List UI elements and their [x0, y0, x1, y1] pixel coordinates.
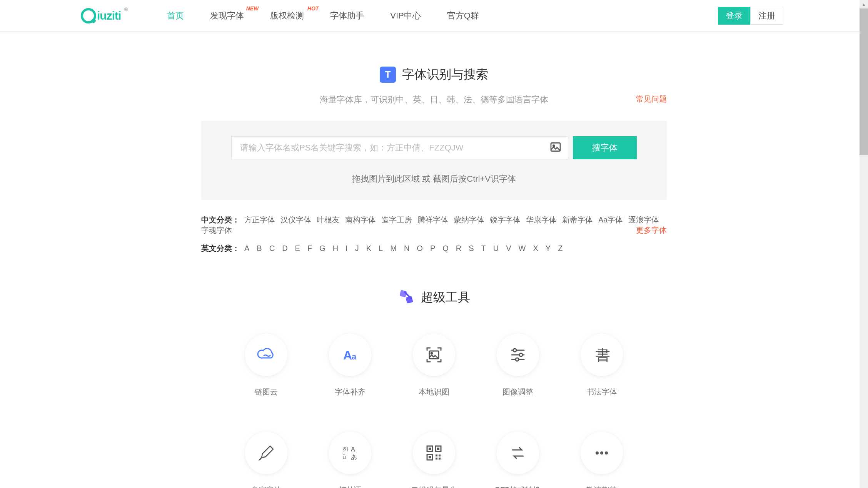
english-category-label: 英文分类： [201, 243, 240, 254]
tool-coming-soon[interactable]: 敬请期待 [581, 432, 623, 488]
cat-en-K[interactable]: K [366, 244, 371, 253]
cat-en-M[interactable]: M [390, 244, 397, 253]
cat-en-X[interactable]: X [533, 244, 538, 253]
cat-zh-12[interactable]: 字魂字体 [201, 225, 232, 236]
scrollbar-up-arrow[interactable]: ▲ [860, 0, 868, 8]
hero-title-text: 字体识别与搜索 [402, 66, 488, 83]
cat-en-D[interactable]: D [282, 244, 287, 253]
nav-vip[interactable]: VIP中心 [390, 10, 421, 22]
search-input[interactable] [240, 137, 549, 159]
search-button[interactable]: 搜字体 [573, 136, 637, 159]
svg-rect-28 [439, 458, 441, 460]
scrollbar[interactable]: ▲ [860, 0, 868, 488]
drag-hint: 拖拽图片到此区域 或 截图后按Ctrl+V识字体 [231, 173, 637, 185]
font-t-icon: T [380, 67, 396, 83]
cat-en-N[interactable]: N [404, 244, 409, 253]
cat-zh-9[interactable]: 新蒂字体 [562, 215, 593, 225]
cat-zh-3[interactable]: 南构字体 [345, 215, 376, 225]
tool-label: 打外语 [339, 485, 362, 488]
tool-pfb-convert[interactable]: PFB格式转换 [495, 432, 541, 488]
chinese-category-label: 中文分类： [201, 215, 240, 225]
nav-helper[interactable]: 字体助手 [330, 10, 364, 22]
cat-zh-5[interactable]: 腾祥字体 [417, 215, 448, 225]
search-box: 搜字体 拖拽图片到此区域 或 截图后按Ctrl+V识字体 [201, 121, 667, 200]
tool-label: 字体补齐 [335, 387, 366, 397]
cat-en-G[interactable]: G [319, 244, 326, 253]
logo-q-icon [81, 8, 96, 23]
tool-label: 敬请期待 [586, 485, 617, 488]
cat-zh-2[interactable]: 叶根友 [317, 215, 340, 225]
tool-label: 名家字体 [251, 485, 282, 488]
faq-link[interactable]: 常见问题 [636, 94, 667, 104]
cat-zh-6[interactable]: 蒙纳字体 [454, 215, 484, 225]
cat-zh-11[interactable]: 逐浪字体 [628, 215, 659, 225]
svg-point-29 [596, 451, 599, 455]
tool-label: 图像调整 [502, 387, 533, 397]
cat-zh-10[interactable]: Aa字体 [598, 215, 623, 225]
tools-title: 超级工具 [201, 288, 667, 307]
cat-en-A[interactable]: A [244, 244, 249, 253]
cat-en-O[interactable]: O [417, 244, 423, 253]
cat-en-Z[interactable]: Z [558, 244, 563, 253]
cat-zh-7[interactable]: 锐字字体 [490, 215, 521, 225]
logo[interactable]: iuziti ® [81, 8, 121, 23]
cat-en-F[interactable]: F [307, 244, 312, 253]
tool-image-adjust[interactable]: 图像调整 [497, 334, 539, 397]
svg-text:한: 한 [342, 446, 349, 453]
cat-en-L[interactable]: L [379, 244, 383, 253]
nav-qq[interactable]: 官方Q群 [447, 10, 479, 22]
register-button[interactable]: 注册 [750, 7, 783, 25]
svg-rect-24 [429, 456, 431, 458]
cat-zh-0[interactable]: 方正字体 [244, 215, 275, 225]
svg-rect-27 [436, 458, 437, 460]
cat-en-E[interactable]: E [295, 244, 300, 253]
nav-home[interactable]: 首页 [167, 10, 184, 22]
brush-icon [245, 432, 287, 474]
cat-zh-8[interactable]: 华康字体 [526, 215, 557, 225]
cat-en-R[interactable]: R [456, 244, 461, 253]
nav-discover[interactable]: 发现字体 NEW [210, 10, 244, 22]
svg-point-9 [513, 349, 516, 352]
cat-en-T[interactable]: T [481, 244, 486, 253]
more-fonts-link[interactable]: 更多字体 [636, 225, 667, 236]
tool-local-scan[interactable]: 本地识图 [413, 334, 455, 397]
svg-text:書: 書 [596, 347, 610, 363]
nav-copyright[interactable]: 版权检测 HOT [270, 10, 304, 22]
cat-en-U[interactable]: U [493, 244, 499, 253]
svg-text:A: A [351, 446, 355, 453]
cat-en-J[interactable]: J [355, 244, 359, 253]
tool-foreign-lang[interactable]: 한 A ü あ 打外语 [329, 432, 371, 488]
cat-en-H[interactable]: H [333, 244, 338, 253]
dots-icon [581, 432, 623, 474]
cat-en-B[interactable]: B [257, 244, 262, 253]
tools-title-text: 超级工具 [421, 289, 470, 306]
image-upload-icon[interactable] [549, 141, 562, 155]
cat-en-W[interactable]: W [519, 244, 526, 253]
hero-subtitle: 海量字体库，可识别中、英、日、韩、法、德等多国语言字体 [320, 95, 548, 104]
svg-point-7 [431, 353, 432, 354]
tool-font-complete[interactable]: A a 字体补齐 [329, 334, 371, 397]
cat-en-S[interactable]: S [469, 244, 474, 253]
tool-cloud[interactable]: 链图云 [245, 334, 287, 397]
cat-en-V[interactable]: V [506, 244, 511, 253]
svg-rect-25 [436, 455, 437, 456]
cat-en-I[interactable]: I [346, 244, 348, 253]
shu-icon: 書 [581, 334, 623, 376]
tool-calligraphy[interactable]: 書 书法字体 [581, 334, 623, 397]
hero-subtitle-row: 海量字体库，可识别中、英、日、韩、法、德等多国语言字体 常见问题 [201, 94, 667, 105]
cat-en-C[interactable]: C [269, 244, 275, 253]
cat-zh-1[interactable]: 汉仪字体 [280, 215, 311, 225]
badge-new: NEW [246, 5, 259, 12]
cat-zh-4[interactable]: 造字工房 [381, 215, 412, 225]
login-button[interactable]: 登录 [718, 7, 750, 25]
svg-point-11 [519, 353, 522, 356]
tool-famous-fonts[interactable]: 名家字体 [245, 432, 287, 488]
cat-en-Q[interactable]: Q [442, 244, 449, 253]
cat-en-Y[interactable]: Y [546, 244, 551, 253]
scrollbar-thumb[interactable] [860, 8, 868, 155]
cloud-icon [245, 334, 287, 376]
tool-qr-vector[interactable]: 二维码矢量化 [411, 432, 457, 488]
auth-buttons: 登录 注册 [718, 7, 783, 25]
nav-copyright-label: 版权检测 [270, 11, 304, 20]
cat-en-P[interactable]: P [430, 244, 435, 253]
